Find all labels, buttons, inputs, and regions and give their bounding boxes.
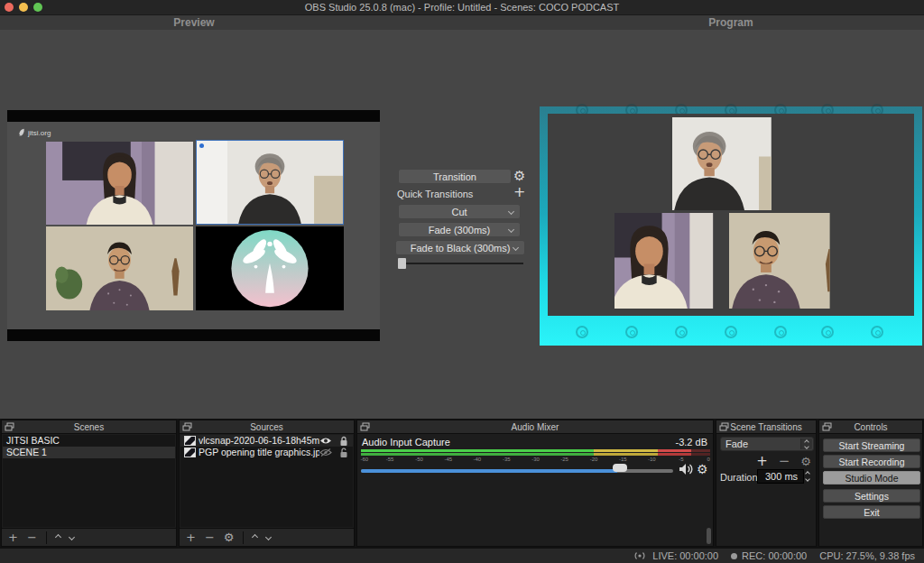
dock-popout-icon[interactable] (719, 422, 729, 431)
start-recording-button[interactable]: Start Recording (823, 455, 920, 468)
record-dot-icon (731, 553, 737, 559)
start-streaming-button[interactable]: Start Streaming (823, 438, 920, 452)
scene-list: JITSI BASIC SCENE 1 (3, 435, 175, 527)
visibility-eye-off-icon[interactable] (319, 448, 332, 457)
quick-transition-fade-button[interactable]: Fade (300ms) (398, 222, 521, 237)
transition-type-combobox[interactable]: Fade (720, 437, 814, 451)
dock-popout-icon[interactable] (182, 422, 192, 431)
remove-transition-icon[interactable]: − (779, 455, 790, 468)
tbar-slider-track[interactable] (398, 263, 523, 264)
scenes-dock-title: Scenes (2, 420, 176, 434)
video-tile-man-glasses (46, 226, 193, 310)
sources-dock: Sources vlcsnap-2020-06-16-18h45m PGP op… (179, 420, 355, 547)
rec-status: REC: 00:00:00 (731, 550, 807, 561)
preview-canvas[interactable]: jitsi.org (7, 110, 380, 341)
program-pane-label: Program (708, 16, 753, 29)
transition-properties-gear-icon[interactable]: ⚙ (513, 170, 525, 183)
quick-transitions-label: Quick Transitions (397, 189, 473, 199)
add-scene-icon[interactable]: + (8, 531, 18, 543)
dock-popout-icon[interactable] (360, 422, 370, 431)
dock-popout-icon[interactable] (822, 422, 832, 431)
image-source-icon (184, 448, 196, 457)
quill-icon (18, 128, 25, 137)
source-item-pgp-title[interactable]: PGP opening title graphics.jpg (180, 447, 353, 458)
jitsi-logo: jitsi.org (18, 128, 51, 137)
volume-meter (361, 449, 710, 456)
window-title: OBS Studio 25.0.8 (mac) - Profile: Untit… (0, 2, 924, 13)
move-scene-up-icon[interactable] (55, 534, 61, 540)
ring-decoration (725, 326, 737, 338)
ring-decoration (871, 326, 883, 338)
duration-label: Duration (720, 472, 758, 483)
audio-level-db: -3.2 dB (676, 437, 707, 448)
studio-mode-label-strip: Preview Program (0, 15, 924, 30)
palm-avatar-icon (196, 226, 344, 310)
remove-source-icon[interactable]: − (205, 531, 215, 543)
program-tile-woman-grayhair (672, 117, 788, 210)
video-tile-avatar (196, 226, 344, 310)
scene-transitions-dock-title: Scene Transitions (716, 420, 816, 434)
add-transition-icon[interactable]: + (756, 455, 768, 468)
scene-transitions-dock: Scene Transitions Fade + − ⚙ Duration 30… (716, 420, 817, 547)
source-properties-gear-icon[interactable]: ⚙ (224, 531, 235, 543)
toolbar-divider (46, 531, 47, 544)
settings-button[interactable]: Settings (823, 489, 920, 503)
obs-main-window: OBS Studio 25.0.8 (mac) - Profile: Untit… (0, 0, 924, 563)
audio-mixer-dock: Audio Mixer Audio Input Capture -3.2 dB (356, 420, 714, 547)
move-scene-down-icon[interactable] (69, 534, 75, 540)
transition-button[interactable]: Transition (398, 169, 512, 184)
quick-transition-fade-to-black-button[interactable]: Fade to Black (300ms) (395, 240, 525, 255)
video-tile-woman-purple (46, 142, 193, 225)
active-speaker-dot (199, 143, 204, 148)
scene-item-scene-1[interactable]: SCENE 1 (3, 447, 175, 458)
move-source-up-icon[interactable] (252, 534, 258, 540)
chevron-down-icon (513, 245, 519, 251)
visibility-eye-icon[interactable] (319, 437, 332, 445)
ring-decoration (625, 326, 638, 338)
duration-down-icon[interactable] (805, 476, 810, 482)
source-item-vlcsnap[interactable]: vlcsnap-2020-06-16-18h45m (180, 435, 353, 447)
add-source-icon[interactable]: + (186, 531, 196, 543)
duration-spinner[interactable]: 300 ms (757, 469, 804, 484)
letterbox-bar (7, 329, 380, 341)
lock-closed-icon[interactable] (339, 436, 348, 447)
studio-mode-button[interactable]: Studio Mode (823, 471, 920, 485)
toolbar-divider (243, 531, 244, 544)
exit-button[interactable]: Exit (823, 505, 920, 519)
program-tile-woman-purple (614, 213, 726, 309)
broadcast-icon (632, 551, 648, 560)
ring-decoration (774, 326, 787, 338)
dock-popout-icon[interactable] (5, 422, 14, 431)
image-source-icon (184, 436, 196, 446)
status-bar: LIVE: 00:00:00 REC: 00:00:00 CPU: 27.5%,… (0, 548, 924, 563)
preview-pane-label: Preview (173, 16, 214, 29)
program-tile-man-glasses (729, 213, 845, 309)
combobox-stepper[interactable] (800, 438, 812, 449)
lock-open-icon[interactable] (339, 448, 348, 458)
move-source-down-icon[interactable] (265, 534, 272, 540)
source-list: vlcsnap-2020-06-16-18h45m PGP opening ti… (180, 435, 353, 527)
ring-decoration (675, 326, 688, 338)
audio-mixer-dock-title: Audio Mixer (357, 420, 713, 434)
sources-dock-title: Sources (180, 420, 354, 434)
mixer-scrollbar-thumb[interactable] (707, 528, 711, 544)
remove-scene-icon[interactable]: − (27, 531, 37, 543)
transition-gear-icon[interactable]: ⚙ (800, 456, 811, 467)
video-tile-woman-grayhair (196, 140, 344, 225)
live-status: LIVE: 00:00:00 (632, 550, 718, 561)
add-quick-transition-icon[interactable]: + (513, 185, 525, 199)
quick-transition-cut-button[interactable]: Cut (398, 204, 521, 219)
duration-up-icon[interactable] (805, 471, 810, 476)
dock-area: Scenes JITSI BASIC SCENE 1 + − (0, 419, 924, 548)
ring-decoration (576, 326, 588, 338)
ring-decoration (821, 326, 834, 338)
controls-dock: Controls Start Streaming Start Recording… (818, 420, 923, 547)
scene-item-jitsi-basic[interactable]: JITSI BASIC (3, 435, 175, 447)
volume-slider-handle[interactable] (613, 464, 627, 472)
mixer-gear-icon[interactable]: ⚙ (697, 463, 708, 475)
meter-scale: -60 -55 -50 -45 -40 -35 -30 -25 -20 -15 … (361, 457, 710, 464)
speaker-icon[interactable] (679, 463, 693, 475)
letterbox-bar (7, 110, 380, 122)
tbar-slider-handle[interactable] (398, 258, 406, 269)
program-canvas[interactable] (540, 106, 922, 346)
